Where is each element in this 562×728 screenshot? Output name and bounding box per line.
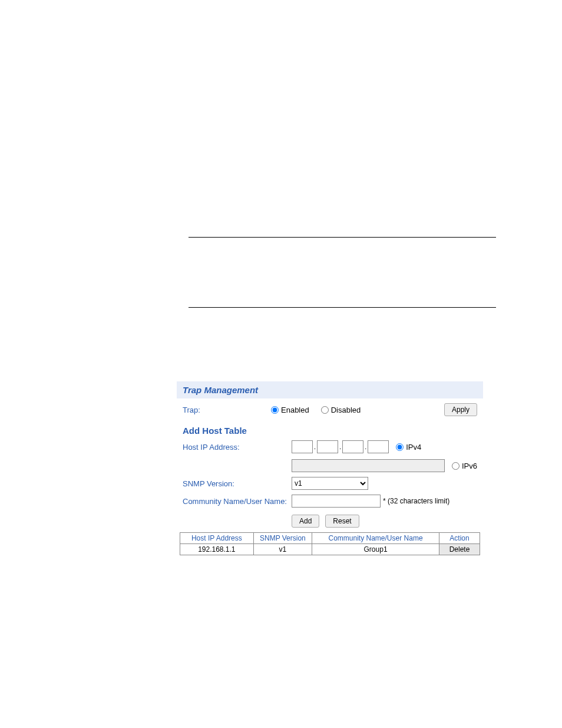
trap-enabled-label: Enabled	[281, 406, 309, 414]
ipv6-option[interactable]: IPv6	[452, 462, 477, 470]
ip-octet-1[interactable]	[292, 440, 313, 453]
trap-disabled-option[interactable]: Disabled	[321, 406, 361, 414]
delete-button[interactable]: Delete	[439, 544, 480, 555]
ip-octet-2[interactable]	[317, 440, 338, 453]
td-snmp-version: v1	[253, 544, 312, 555]
apply-button[interactable]: Apply	[444, 403, 477, 416]
host-table-header-row: Host IP Address SNMP Version Community N…	[180, 533, 480, 544]
divider-top	[189, 237, 496, 238]
th-snmp-version: SNMP Version	[253, 533, 312, 544]
trap-management-panel: Trap Management Trap: Enabled Disabled A…	[177, 381, 483, 555]
trap-radio-group: Enabled Disabled	[271, 406, 444, 414]
th-action: Action	[439, 533, 480, 544]
ipv4-radio[interactable]	[396, 443, 404, 451]
community-hint: * (32 characters limit)	[381, 497, 449, 505]
divider-mid	[189, 307, 496, 308]
host-ip-label: Host IP Address:	[183, 443, 292, 452]
ipv6-radio[interactable]	[452, 462, 459, 470]
ipv4-option[interactable]: IPv4	[396, 443, 421, 452]
community-input[interactable]	[292, 495, 381, 508]
ipv4-label: IPv4	[406, 443, 421, 452]
ipv6-label: IPv6	[462, 462, 477, 470]
snmp-version-label: SNMP Version:	[183, 479, 292, 488]
panel-title: Trap Management	[177, 381, 483, 398]
th-community: Community Name/User Name	[312, 533, 439, 544]
td-community: Group1	[312, 544, 439, 555]
table-row: 192.168.1.1 v1 Group1 Delete	[180, 544, 480, 555]
trap-label: Trap:	[183, 406, 271, 414]
snmp-version-select[interactable]: v1	[292, 477, 368, 490]
ip-octet-4[interactable]	[368, 440, 389, 453]
host-table: Host IP Address SNMP Version Community N…	[180, 532, 480, 555]
form-button-row: Add Reset	[177, 510, 483, 532]
add-button[interactable]: Add	[292, 515, 319, 528]
dot-3: .	[363, 443, 368, 450]
trap-disabled-radio[interactable]	[321, 406, 329, 414]
td-host-ip: 192.168.1.1	[180, 544, 254, 555]
host-ip-row: Host IP Address: . . . IPv4	[177, 438, 483, 456]
reset-button[interactable]: Reset	[325, 515, 359, 528]
add-host-section-title: Add Host Table	[177, 421, 483, 438]
trap-enabled-radio[interactable]	[271, 406, 279, 414]
ipv6-input	[292, 459, 445, 472]
trap-disabled-label: Disabled	[331, 406, 361, 414]
ip-octet-3[interactable]	[342, 440, 363, 453]
trap-enabled-option[interactable]: Enabled	[271, 406, 309, 414]
dot-1: .	[313, 443, 317, 450]
host-ipv6-row: IPv6	[177, 456, 483, 475]
community-label: Community Name/User Name:	[183, 497, 292, 506]
dot-2: .	[338, 443, 342, 450]
trap-row: Trap: Enabled Disabled Apply	[177, 398, 483, 421]
snmp-version-row: SNMP Version: v1	[177, 475, 483, 492]
th-host-ip: Host IP Address	[180, 533, 254, 544]
community-row: Community Name/User Name: * (32 characte…	[177, 492, 483, 510]
